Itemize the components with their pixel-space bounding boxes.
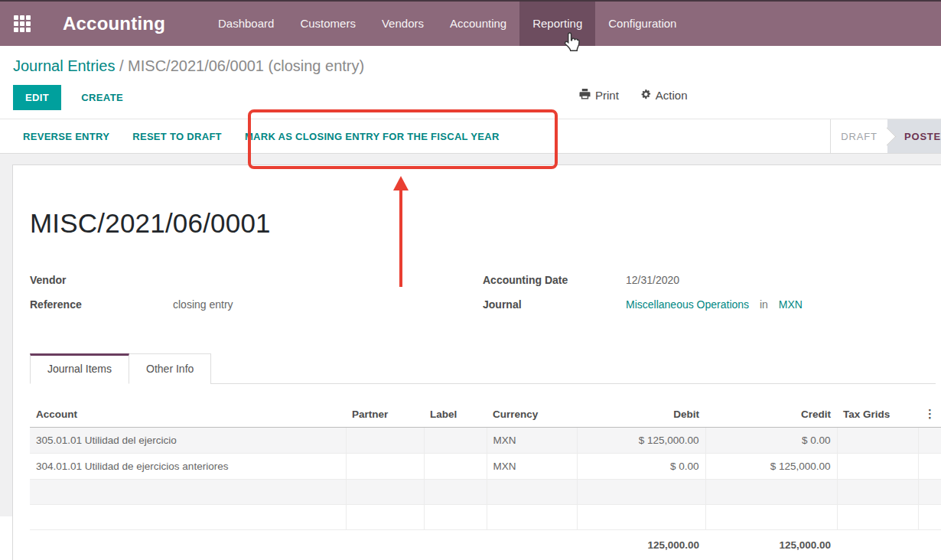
action-label: Action <box>656 89 688 102</box>
reference-field: Reference closing entry <box>30 298 483 311</box>
accounting-date-field: Accounting Date 12/31/2020 <box>483 274 936 287</box>
vendor-field: Vendor <box>30 274 483 287</box>
totals-row: 125,000.00 125,000.00 <box>30 530 941 558</box>
printer-icon <box>579 89 591 102</box>
accounting-date-value[interactable]: 12/31/2020 <box>626 274 679 287</box>
table-header-row: Account Partner Label Currency Debit Cre… <box>30 401 941 428</box>
cell-currency[interactable]: MXN <box>487 428 577 454</box>
cell-tax-grids[interactable] <box>837 454 918 480</box>
journal-link[interactable]: Miscellaneous Operations <box>626 298 749 311</box>
notebook-tabs: Journal Items Other Info <box>30 353 936 384</box>
accounting-date-label: Accounting Date <box>483 274 626 287</box>
journal-label: Journal <box>483 298 626 311</box>
breadcrumb-separator: / <box>119 57 128 74</box>
breadcrumb-journal-entries[interactable]: Journal Entries <box>13 57 115 74</box>
nav-menu: Dashboard Customers Vendors Accounting R… <box>205 2 689 46</box>
top-navbar: Accounting Dashboard Customers Vendors A… <box>0 2 941 46</box>
cell-currency[interactable]: MXN <box>487 454 577 480</box>
statusbar: DRAFT POSTED <box>830 119 941 153</box>
breadcrumb: Journal Entries / MISC/2021/06/0001 (clo… <box>0 46 941 75</box>
cell-credit[interactable]: $ 0.00 <box>705 428 837 454</box>
print-button[interactable]: Print <box>579 89 619 102</box>
reference-label: Reference <box>30 298 173 311</box>
secondary-actions: Print Action <box>579 89 688 102</box>
status-draft[interactable]: DRAFT <box>831 119 887 153</box>
nav-item-vendors[interactable]: Vendors <box>369 2 437 46</box>
gear-icon <box>640 89 651 102</box>
table-row[interactable]: 304.01.01 Utilidad de ejercicios anterio… <box>30 454 941 480</box>
nav-item-dashboard[interactable]: Dashboard <box>205 2 287 46</box>
field-column-left: Vendor Reference closing entry <box>30 274 483 323</box>
content-area: MISC/2021/06/0001 Vendor Reference closi… <box>0 154 941 516</box>
workflow-action-bar: REVERSE ENTRY RESET TO DRAFT MARK AS CLO… <box>0 119 941 154</box>
journal-in-text: in <box>760 298 768 311</box>
col-tax-grids[interactable]: Tax Grids <box>837 401 918 428</box>
col-debit[interactable]: Debit <box>577 401 705 428</box>
field-grid: Vendor Reference closing entry Accountin… <box>30 274 936 323</box>
cell-credit[interactable]: $ 125,000.00 <box>705 454 837 480</box>
empty-row <box>30 505 941 530</box>
print-label: Print <box>595 89 619 102</box>
cell-partner[interactable] <box>346 454 424 480</box>
nav-item-accounting[interactable]: Accounting <box>437 2 519 46</box>
nav-item-customers[interactable]: Customers <box>287 2 369 46</box>
apps-grid-icon[interactable] <box>14 15 31 32</box>
empty-row <box>30 480 941 505</box>
journal-value: Miscellaneous Operations in MXN <box>626 298 803 311</box>
total-debit: 125,000.00 <box>577 530 705 558</box>
col-partner[interactable]: Partner <box>346 401 424 428</box>
field-column-right: Accounting Date 12/31/2020 Journal Misce… <box>483 274 936 323</box>
journal-field: Journal Miscellaneous Operations in MXN <box>483 298 936 311</box>
cell-label[interactable] <box>424 454 487 480</box>
col-account[interactable]: Account <box>30 401 346 428</box>
nav-item-reporting[interactable]: Reporting <box>519 2 595 46</box>
reset-to-draft-button[interactable]: RESET TO DRAFT <box>132 131 222 142</box>
cell-debit[interactable]: $ 125,000.00 <box>577 428 705 454</box>
journal-items-table: Account Partner Label Currency Debit Cre… <box>30 401 941 558</box>
cell-tax-grids[interactable] <box>837 428 918 454</box>
col-currency[interactable]: Currency <box>487 401 577 428</box>
optional-columns-icon[interactable]: ⋮ <box>918 401 941 428</box>
vendor-label: Vendor <box>30 274 173 287</box>
entry-title: MISC/2021/06/0001 <box>30 208 936 239</box>
cell-options <box>918 428 941 454</box>
breadcrumb-current: MISC/2021/06/0001 (closing entry) <box>128 57 364 74</box>
cell-account[interactable]: 305.01.01 Utilidad del ejercicio <box>30 428 346 454</box>
reverse-entry-button[interactable]: REVERSE ENTRY <box>23 131 109 142</box>
form-sheet: MISC/2021/06/0001 Vendor Reference closi… <box>12 164 941 560</box>
reference-value[interactable]: closing entry <box>173 298 233 311</box>
cell-debit[interactable]: $ 0.00 <box>577 454 705 480</box>
tab-journal-items[interactable]: Journal Items <box>30 353 129 384</box>
cell-partner[interactable] <box>346 428 424 454</box>
table-row[interactable]: 305.01.01 Utilidad del ejercicio MXN $ 1… <box>30 428 941 454</box>
app-title[interactable]: Accounting <box>63 2 165 46</box>
col-credit[interactable]: Credit <box>705 401 837 428</box>
create-button[interactable]: CREATE <box>81 92 123 103</box>
control-panel-buttons: EDIT CREATE Print Action <box>0 75 941 119</box>
total-credit: 125,000.00 <box>705 530 837 558</box>
edit-button[interactable]: EDIT <box>13 85 61 110</box>
tab-other-info[interactable]: Other Info <box>129 353 211 384</box>
action-button[interactable]: Action <box>640 89 688 102</box>
cell-label[interactable] <box>424 428 487 454</box>
cell-account[interactable]: 304.01.01 Utilidad de ejercicios anterio… <box>30 454 346 480</box>
mark-closing-entry-button[interactable]: MARK AS CLOSING ENTRY FOR THE FISCAL YEA… <box>245 131 500 142</box>
col-label[interactable]: Label <box>424 401 487 428</box>
cell-options <box>918 454 941 480</box>
journal-currency-link[interactable]: MXN <box>779 298 803 311</box>
nav-item-configuration[interactable]: Configuration <box>595 2 689 46</box>
